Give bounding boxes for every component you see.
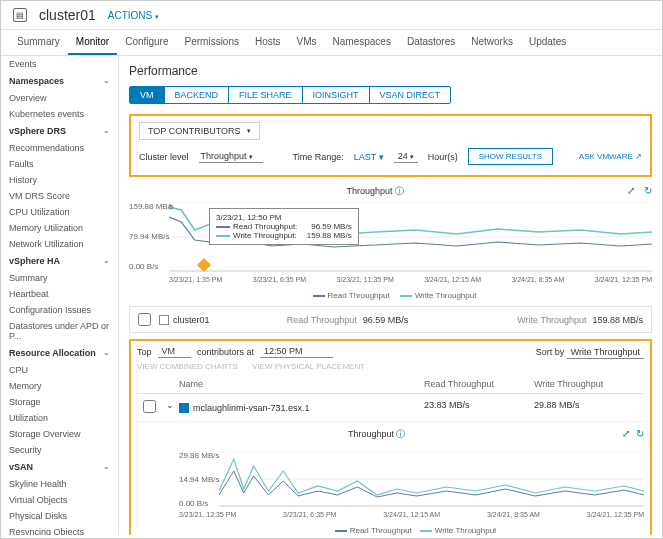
top-contributors-dropdown[interactable]: TOP CONTRIBUTORS▾ — [139, 122, 260, 140]
perf-subtabs: VMBACKENDFILE SHAREIOINSIGHTVSAN DIRECT — [129, 86, 451, 104]
contributors-table: Name Read Throughput Write Throughput ⌄m… — [137, 375, 644, 535]
sidebar-kubernetes-events[interactable]: Kubernetes events — [1, 106, 118, 122]
content: Performance VMBACKENDFILE SHAREIOINSIGHT… — [119, 56, 662, 535]
sidebar-resource-allocation[interactable]: Resource Allocation⌄ — [1, 344, 118, 362]
refresh-chart-icon[interactable]: ↻ — [644, 185, 652, 196]
contrib-time-select[interactable]: 12:50 PM — [260, 345, 333, 358]
tab-monitor[interactable]: Monitor — [68, 30, 117, 55]
chart-tooltip: 3/23/21, 12:50 PM Read Throughput: 96.59… — [209, 208, 359, 245]
hours-unit: Hour(s) — [428, 152, 458, 162]
top-tabs: SummaryMonitorConfigurePermissionsHostsV… — [1, 30, 662, 56]
subtab-file-share[interactable]: FILE SHARE — [229, 87, 303, 103]
cluster-checkbox[interactable] — [138, 313, 151, 326]
cluster-metrics-row: cluster01 Read Throughput96.59 MB/s Writ… — [129, 306, 652, 333]
info-icon[interactable]: ⓘ — [395, 186, 404, 196]
content-title: Performance — [129, 64, 652, 78]
sidebar-memory-utilization[interactable]: Memory Utilization — [1, 220, 118, 236]
subtab-backend[interactable]: BACKEND — [165, 87, 230, 103]
hours-input[interactable]: 24 — [394, 150, 418, 163]
expand-chart-icon[interactable]: ⤢ — [622, 428, 630, 439]
time-range-last[interactable]: LAST ▾ — [354, 152, 384, 162]
contributors-section: Top VM contributors at 12:50 PM Sort by … — [129, 339, 652, 535]
mini-throughput-chart[interactable]: 29.88 MB/s14.94 MB/s0.00 B/s — [219, 451, 644, 507]
sidebar-heartbeat[interactable]: Heartbeat — [1, 286, 118, 302]
tab-hosts[interactable]: Hosts — [247, 30, 289, 55]
chart-timeline: 3/23/21, 1:35 PM3/23/21, 6:35 PM3/23/21,… — [129, 276, 652, 287]
throughput-chart[interactable]: 159.88 MB/s 79.94 MB/s 0.00 B/s 3/23/21,… — [169, 202, 652, 272]
sidebar-physical-disks[interactable]: Physical Disks — [1, 508, 118, 524]
sidebar-recommendations[interactable]: Recommendations — [1, 140, 118, 156]
sidebar-skyline-health[interactable]: Skyline Health — [1, 476, 118, 492]
vm-icon — [179, 403, 189, 413]
sidebar-utilization[interactable]: Utilization — [1, 410, 118, 426]
sidebar-events[interactable]: Events — [1, 56, 118, 72]
row-checkbox[interactable] — [143, 400, 156, 413]
filter-highlight: TOP CONTRIBUTORS▾ Cluster level Throughp… — [129, 114, 652, 177]
sidebar-faults[interactable]: Faults — [1, 156, 118, 172]
tab-datastores[interactable]: Datastores — [399, 30, 463, 55]
cluster-level-label: Cluster level — [139, 152, 189, 162]
tab-vms[interactable]: VMs — [289, 30, 325, 55]
sidebar-network-utilization[interactable]: Network Utilization — [1, 236, 118, 252]
sidebar-resyncing-objects[interactable]: Resyncing Objects — [1, 524, 118, 535]
sidebar: EventsNamespaces⌄OverviewKubernetes even… — [1, 56, 119, 535]
sidebar-namespaces[interactable]: Namespaces⌄ — [1, 72, 118, 90]
sidebar-datastores-under-apd-or-p-[interactable]: Datastores under APD or P... — [1, 318, 118, 344]
sidebar-memory[interactable]: Memory — [1, 378, 118, 394]
sidebar-overview[interactable]: Overview — [1, 90, 118, 106]
contrib-type-select[interactable]: VM — [158, 345, 192, 358]
sidebar-summary[interactable]: Summary — [1, 270, 118, 286]
page-title: cluster01 — [39, 7, 96, 23]
sidebar-history[interactable]: History — [1, 172, 118, 188]
metric-select[interactable]: Throughput — [199, 150, 263, 163]
cluster-icon: ▤ — [13, 8, 27, 22]
view-physical-placement-link[interactable]: VIEW PHYSICAL PLACEMENT — [252, 362, 365, 371]
table-row: ⌄mclaughlinmi-vsan-731.esx.123.83 MB/s29… — [137, 394, 644, 422]
sidebar-storage[interactable]: Storage — [1, 394, 118, 410]
sidebar-vsphere-ha[interactable]: vSphere HA⌄ — [1, 252, 118, 270]
sidebar-vm-drs-score[interactable]: VM DRS Score — [1, 188, 118, 204]
sidebar-vsan[interactable]: vSAN⌄ — [1, 458, 118, 476]
tab-permissions[interactable]: Permissions — [177, 30, 247, 55]
tab-configure[interactable]: Configure — [117, 30, 176, 55]
sort-by-select[interactable]: Write Throughput — [567, 346, 644, 359]
expand-row-icon[interactable]: ⌄ — [161, 400, 179, 415]
sidebar-storage-overview[interactable]: Storage Overview — [1, 426, 118, 442]
sidebar-vsphere-drs[interactable]: vSphere DRS⌄ — [1, 122, 118, 140]
time-range-label: Time Range: — [293, 152, 344, 162]
tab-namespaces[interactable]: Namespaces — [325, 30, 399, 55]
subtab-vsan-direct[interactable]: VSAN DIRECT — [370, 87, 451, 103]
view-combined-charts-link[interactable]: VIEW COMBINED CHARTS — [137, 362, 238, 371]
chart-title-row: Throughputⓘ ⤢ ↻ — [129, 185, 652, 198]
subtab-ioinsight[interactable]: IOINSIGHT — [303, 87, 370, 103]
sidebar-cpu[interactable]: CPU — [1, 362, 118, 378]
expand-chart-icon[interactable]: ⤢ — [627, 185, 635, 196]
refresh-chart-icon[interactable]: ↻ — [636, 428, 644, 439]
tab-updates[interactable]: Updates — [521, 30, 574, 55]
sidebar-virtual-objects[interactable]: Virtual Objects — [1, 492, 118, 508]
sidebar-security[interactable]: Security — [1, 442, 118, 458]
chart-legend: Read Throughput Write Throughput — [129, 291, 652, 300]
sidebar-configuration-issues[interactable]: Configuration Issues — [1, 302, 118, 318]
show-results-button[interactable]: SHOW RESULTS — [468, 148, 553, 165]
ask-vmware-link[interactable]: ASK VMWARE ↗ — [579, 152, 642, 161]
sidebar-cpu-utilization[interactable]: CPU Utilization — [1, 204, 118, 220]
tab-summary[interactable]: Summary — [9, 30, 68, 55]
actions-dropdown[interactable]: ACTIONS ▾ — [108, 10, 159, 21]
subtab-vm[interactable]: VM — [130, 87, 165, 103]
tab-networks[interactable]: Networks — [463, 30, 521, 55]
